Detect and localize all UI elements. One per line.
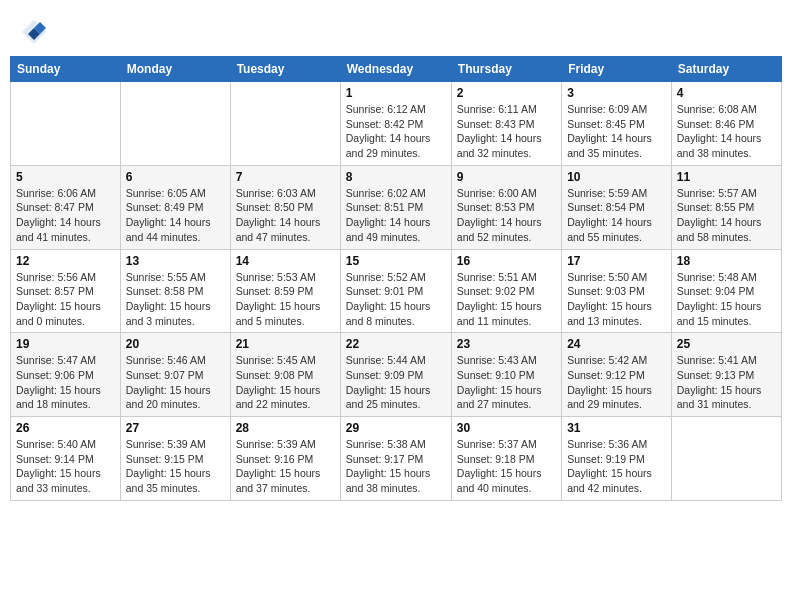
day-number: 1 [346,86,446,100]
day-number: 9 [457,170,556,184]
day-info: Sunrise: 6:06 AM Sunset: 8:47 PM Dayligh… [16,186,115,245]
calendar-cell [230,82,340,166]
calendar-cell: 11Sunrise: 5:57 AM Sunset: 8:55 PM Dayli… [671,165,781,249]
day-number: 27 [126,421,225,435]
calendar-cell: 29Sunrise: 5:38 AM Sunset: 9:17 PM Dayli… [340,417,451,501]
day-info: Sunrise: 5:38 AM Sunset: 9:17 PM Dayligh… [346,437,446,496]
day-number: 25 [677,337,776,351]
day-number: 23 [457,337,556,351]
calendar-cell: 6Sunrise: 6:05 AM Sunset: 8:49 PM Daylig… [120,165,230,249]
day-info: Sunrise: 5:40 AM Sunset: 9:14 PM Dayligh… [16,437,115,496]
day-info: Sunrise: 5:45 AM Sunset: 9:08 PM Dayligh… [236,353,335,412]
calendar-cell: 26Sunrise: 5:40 AM Sunset: 9:14 PM Dayli… [11,417,121,501]
calendar-week-4: 19Sunrise: 5:47 AM Sunset: 9:06 PM Dayli… [11,333,782,417]
day-number: 4 [677,86,776,100]
day-number: 24 [567,337,666,351]
day-number: 13 [126,254,225,268]
calendar-body: 1Sunrise: 6:12 AM Sunset: 8:42 PM Daylig… [11,82,782,501]
page-header [10,10,782,50]
day-number: 8 [346,170,446,184]
day-info: Sunrise: 5:51 AM Sunset: 9:02 PM Dayligh… [457,270,556,329]
day-header-thursday: Thursday [451,57,561,82]
calendar-cell: 2Sunrise: 6:11 AM Sunset: 8:43 PM Daylig… [451,82,561,166]
calendar-cell: 23Sunrise: 5:43 AM Sunset: 9:10 PM Dayli… [451,333,561,417]
day-info: Sunrise: 5:39 AM Sunset: 9:15 PM Dayligh… [126,437,225,496]
day-number: 10 [567,170,666,184]
day-info: Sunrise: 5:55 AM Sunset: 8:58 PM Dayligh… [126,270,225,329]
calendar-cell [120,82,230,166]
calendar-cell: 10Sunrise: 5:59 AM Sunset: 8:54 PM Dayli… [562,165,672,249]
day-number: 15 [346,254,446,268]
day-info: Sunrise: 6:12 AM Sunset: 8:42 PM Dayligh… [346,102,446,161]
day-header-sunday: Sunday [11,57,121,82]
day-number: 14 [236,254,335,268]
calendar-cell: 13Sunrise: 5:55 AM Sunset: 8:58 PM Dayli… [120,249,230,333]
day-info: Sunrise: 5:44 AM Sunset: 9:09 PM Dayligh… [346,353,446,412]
day-header-row: SundayMondayTuesdayWednesdayThursdayFrid… [11,57,782,82]
day-number: 18 [677,254,776,268]
logo [20,18,50,46]
calendar-cell: 8Sunrise: 6:02 AM Sunset: 8:51 PM Daylig… [340,165,451,249]
day-header-tuesday: Tuesday [230,57,340,82]
calendar-cell: 20Sunrise: 5:46 AM Sunset: 9:07 PM Dayli… [120,333,230,417]
calendar-cell: 7Sunrise: 6:03 AM Sunset: 8:50 PM Daylig… [230,165,340,249]
day-number: 5 [16,170,115,184]
day-header-wednesday: Wednesday [340,57,451,82]
day-info: Sunrise: 5:48 AM Sunset: 9:04 PM Dayligh… [677,270,776,329]
calendar-week-3: 12Sunrise: 5:56 AM Sunset: 8:57 PM Dayli… [11,249,782,333]
calendar-table: SundayMondayTuesdayWednesdayThursdayFrid… [10,56,782,501]
day-info: Sunrise: 6:11 AM Sunset: 8:43 PM Dayligh… [457,102,556,161]
calendar-cell: 14Sunrise: 5:53 AM Sunset: 8:59 PM Dayli… [230,249,340,333]
calendar-cell: 25Sunrise: 5:41 AM Sunset: 9:13 PM Dayli… [671,333,781,417]
day-number: 30 [457,421,556,435]
day-info: Sunrise: 5:39 AM Sunset: 9:16 PM Dayligh… [236,437,335,496]
day-header-saturday: Saturday [671,57,781,82]
calendar-cell: 17Sunrise: 5:50 AM Sunset: 9:03 PM Dayli… [562,249,672,333]
calendar-cell: 5Sunrise: 6:06 AM Sunset: 8:47 PM Daylig… [11,165,121,249]
day-info: Sunrise: 5:53 AM Sunset: 8:59 PM Dayligh… [236,270,335,329]
day-number: 22 [346,337,446,351]
calendar-cell: 16Sunrise: 5:51 AM Sunset: 9:02 PM Dayli… [451,249,561,333]
day-number: 31 [567,421,666,435]
day-number: 28 [236,421,335,435]
day-info: Sunrise: 5:56 AM Sunset: 8:57 PM Dayligh… [16,270,115,329]
calendar-week-2: 5Sunrise: 6:06 AM Sunset: 8:47 PM Daylig… [11,165,782,249]
day-number: 11 [677,170,776,184]
day-info: Sunrise: 5:36 AM Sunset: 9:19 PM Dayligh… [567,437,666,496]
calendar-cell: 21Sunrise: 5:45 AM Sunset: 9:08 PM Dayli… [230,333,340,417]
day-number: 12 [16,254,115,268]
day-info: Sunrise: 6:00 AM Sunset: 8:53 PM Dayligh… [457,186,556,245]
calendar-cell: 9Sunrise: 6:00 AM Sunset: 8:53 PM Daylig… [451,165,561,249]
day-info: Sunrise: 6:09 AM Sunset: 8:45 PM Dayligh… [567,102,666,161]
calendar-cell: 22Sunrise: 5:44 AM Sunset: 9:09 PM Dayli… [340,333,451,417]
day-number: 7 [236,170,335,184]
day-info: Sunrise: 5:57 AM Sunset: 8:55 PM Dayligh… [677,186,776,245]
calendar-cell: 30Sunrise: 5:37 AM Sunset: 9:18 PM Dayli… [451,417,561,501]
calendar-week-5: 26Sunrise: 5:40 AM Sunset: 9:14 PM Dayli… [11,417,782,501]
day-info: Sunrise: 5:52 AM Sunset: 9:01 PM Dayligh… [346,270,446,329]
day-number: 2 [457,86,556,100]
calendar-cell: 28Sunrise: 5:39 AM Sunset: 9:16 PM Dayli… [230,417,340,501]
day-info: Sunrise: 5:50 AM Sunset: 9:03 PM Dayligh… [567,270,666,329]
day-info: Sunrise: 5:42 AM Sunset: 9:12 PM Dayligh… [567,353,666,412]
day-number: 19 [16,337,115,351]
calendar-cell: 15Sunrise: 5:52 AM Sunset: 9:01 PM Dayli… [340,249,451,333]
day-info: Sunrise: 5:37 AM Sunset: 9:18 PM Dayligh… [457,437,556,496]
day-info: Sunrise: 6:08 AM Sunset: 8:46 PM Dayligh… [677,102,776,161]
day-info: Sunrise: 5:41 AM Sunset: 9:13 PM Dayligh… [677,353,776,412]
day-info: Sunrise: 6:05 AM Sunset: 8:49 PM Dayligh… [126,186,225,245]
day-number: 16 [457,254,556,268]
day-info: Sunrise: 5:46 AM Sunset: 9:07 PM Dayligh… [126,353,225,412]
logo-icon [20,18,48,46]
calendar-cell: 4Sunrise: 6:08 AM Sunset: 8:46 PM Daylig… [671,82,781,166]
calendar-cell: 12Sunrise: 5:56 AM Sunset: 8:57 PM Dayli… [11,249,121,333]
calendar-cell: 31Sunrise: 5:36 AM Sunset: 9:19 PM Dayli… [562,417,672,501]
day-number: 3 [567,86,666,100]
calendar-cell [11,82,121,166]
calendar-header: SundayMondayTuesdayWednesdayThursdayFrid… [11,57,782,82]
day-info: Sunrise: 5:59 AM Sunset: 8:54 PM Dayligh… [567,186,666,245]
calendar-cell: 19Sunrise: 5:47 AM Sunset: 9:06 PM Dayli… [11,333,121,417]
day-info: Sunrise: 5:43 AM Sunset: 9:10 PM Dayligh… [457,353,556,412]
calendar-cell: 3Sunrise: 6:09 AM Sunset: 8:45 PM Daylig… [562,82,672,166]
day-number: 20 [126,337,225,351]
